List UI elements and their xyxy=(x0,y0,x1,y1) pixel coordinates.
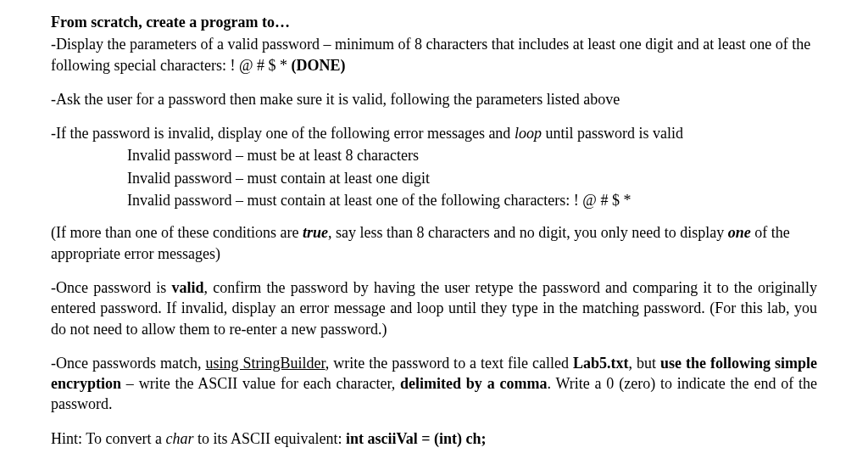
hint-code: int asciiVal = (int) ch; xyxy=(346,430,487,447)
valid-word: valid xyxy=(172,279,204,296)
text: -Once passwords match, xyxy=(51,355,205,372)
text: – write the ASCII value for each charact… xyxy=(121,375,400,392)
error-msg-special: Invalid password – must contain at least… xyxy=(127,190,817,210)
text: -Once password is xyxy=(51,279,172,296)
stringbuilder-phrase: using StringBuilder xyxy=(205,355,325,372)
heading: From scratch, create a program to… xyxy=(51,12,817,32)
filename: Lab5.txt xyxy=(573,355,629,372)
comma-phrase: delimited by a comma xyxy=(400,375,547,392)
paragraph-invalid-intro: -If the password is invalid, display one… xyxy=(51,123,817,143)
text: to its ASCII equivalent: xyxy=(193,430,346,447)
paragraph-hint: Hint: To convert a char to its ASCII equ… xyxy=(51,428,817,449)
text: -Display the parameters of a valid passw… xyxy=(51,36,810,73)
true-word: true xyxy=(303,224,328,241)
text: , but xyxy=(629,355,660,372)
paragraph-display-params: -Display the parameters of a valid passw… xyxy=(51,34,817,76)
one-word: one xyxy=(728,224,751,241)
paragraph-confirm: -Once password is valid, confirm the pas… xyxy=(51,277,817,339)
text: (If more than one of these conditions ar… xyxy=(51,224,303,241)
error-message-list: Invalid password – must be at least 8 ch… xyxy=(51,145,817,210)
char-word: char xyxy=(165,430,193,447)
text: , write the password to a text file call… xyxy=(326,355,573,372)
text: -If the password is invalid, display one… xyxy=(51,125,515,142)
paragraph-multi-condition: (If more than one of these conditions ar… xyxy=(51,222,817,264)
text: until password is valid xyxy=(542,125,683,142)
loop-word: loop xyxy=(515,125,542,142)
paragraph-ask-user: -Ask the user for a password then make s… xyxy=(51,89,817,109)
text: , say less than 8 characters and no digi… xyxy=(328,224,728,241)
error-msg-digit: Invalid password – must contain at least… xyxy=(127,168,817,188)
text: Hint: To convert a xyxy=(51,430,165,447)
done-marker: (DONE) xyxy=(291,57,345,74)
paragraph-write-file: -Once passwords match, using StringBuild… xyxy=(51,353,817,415)
error-msg-length: Invalid password – must be at least 8 ch… xyxy=(127,145,817,165)
